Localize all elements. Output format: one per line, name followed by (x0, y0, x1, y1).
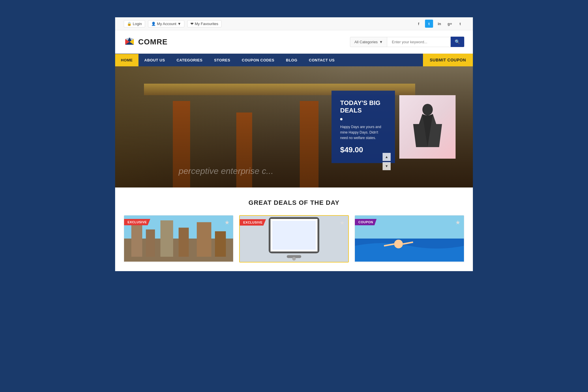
hero-deal-title: TODAY'S BIG DEALS (340, 99, 386, 115)
svg-point-4 (422, 104, 433, 115)
header: COMRE All Categories ▼ 🔍 (115, 30, 473, 54)
chevron-down-icon: ▼ (177, 22, 181, 26)
nav-item-coupon-codes[interactable]: COUPON CODES (236, 54, 280, 66)
category-dropdown[interactable]: All Categories ▼ (350, 37, 387, 47)
svg-rect-12 (215, 231, 226, 257)
login-button[interactable]: 🔒 Login (124, 20, 145, 27)
hero-arrow-up[interactable]: ▲ (383, 153, 391, 161)
svg-rect-16 (272, 221, 316, 250)
nav-item-stores[interactable]: STORES (208, 54, 236, 66)
deal-star-3[interactable]: ★ (455, 219, 460, 226)
deal-badge-3: COUPON (355, 219, 377, 225)
expo-column-2 (236, 112, 252, 187)
nav-item-home[interactable]: HOME (115, 54, 138, 66)
svg-rect-9 (160, 220, 173, 257)
hero-deal-text: Happy Days are yours and mine Happy Days… (340, 124, 386, 141)
nav-items: HOME ABOUT US CATEGORIES STORES COUPON C… (115, 54, 340, 66)
tumblr-icon[interactable]: t (456, 20, 464, 28)
dress-svg (410, 101, 445, 153)
nav-item-about[interactable]: ABOUT US (138, 54, 171, 66)
svg-point-18 (292, 257, 296, 261)
deal-star-1[interactable]: ★ (224, 219, 230, 226)
my-favourites-button[interactable]: ❤ My Favourites (187, 20, 222, 27)
hero-product-image (399, 95, 456, 159)
facebook-icon[interactable]: f (415, 20, 423, 28)
logo-area[interactable]: COMRE (124, 36, 168, 48)
top-bar-left: 🔒 Login 👤 My Account ▼ ❤ My Favourites (124, 20, 222, 27)
twitter-icon[interactable]: t (425, 20, 433, 28)
deal-card-3[interactable]: COUPON ★ (355, 215, 464, 262)
top-bar-social: f t in g+ t (415, 20, 464, 28)
nav-item-blog[interactable]: BLOG (280, 54, 303, 66)
hero-section: perceptive enterprise c... TODAY'S BIG D… (115, 66, 473, 187)
lock-icon: 🔒 (127, 22, 132, 26)
hero-nav-arrows: ▲ ▼ (383, 153, 391, 170)
svg-rect-7 (131, 224, 142, 257)
svg-rect-10 (179, 228, 189, 257)
search-button[interactable]: 🔍 (451, 37, 464, 47)
deals-section: GREAT DEALS OF THE DAY EXCLUSIVE ★ (115, 187, 473, 271)
search-area: All Categories ▼ 🔍 (350, 37, 464, 47)
product-image-inner (399, 95, 456, 159)
deal-card-1[interactable]: EXCLUSIVE ★ (124, 215, 233, 262)
logo-icon (124, 36, 135, 48)
my-favourites-label: My Favourites (195, 22, 218, 26)
heart-icon: ❤ (190, 22, 194, 26)
my-account-button[interactable]: 👤 My Account ▼ (148, 20, 184, 27)
search-icon: 🔍 (455, 39, 460, 44)
deal-badge-2: EXCLUSIVE (240, 219, 266, 226)
submit-coupon-button[interactable]: SUBMIT COUPON (423, 54, 473, 66)
deals-title: GREAT DEALS OF THE DAY (124, 199, 464, 207)
hero-deal-box: TODAY'S BIG DEALS Happy Days are yours a… (332, 91, 395, 163)
linkedin-icon[interactable]: in (435, 20, 443, 28)
nav-item-contact[interactable]: CONTACT US (303, 54, 340, 66)
category-label: All Categories (354, 40, 378, 44)
svg-rect-8 (146, 230, 155, 257)
chevron-down-icon: ▼ (379, 40, 383, 44)
my-account-label: My Account (157, 22, 176, 26)
search-input[interactable] (387, 37, 451, 47)
deal-card-2[interactable]: EXCLUSIVE ★ (239, 215, 349, 262)
hero-arrow-down[interactable]: ▼ (383, 162, 391, 170)
hero-deal-dot (340, 118, 342, 120)
login-label: Login (133, 22, 142, 26)
expo-column-3 (300, 101, 319, 187)
svg-point-21 (394, 240, 403, 248)
hero-deal-price: $49.00 (340, 146, 386, 155)
user-icon: 👤 (151, 22, 156, 26)
logo-text: COMRE (138, 37, 168, 46)
hero-overlay-text: perceptive enterprise c... (179, 166, 274, 176)
nav-bar: HOME ABOUT US CATEGORIES STORES COUPON C… (115, 54, 473, 66)
googleplus-icon[interactable]: g+ (446, 20, 454, 28)
svg-rect-11 (197, 222, 211, 257)
nav-item-categories[interactable]: CATEGORIES (171, 54, 208, 66)
deal-badge-1: EXCLUSIVE (124, 219, 150, 225)
deal-star-2[interactable]: ★ (340, 219, 345, 226)
deals-grid: EXCLUSIVE ★ (124, 215, 464, 262)
top-bar: 🔒 Login 👤 My Account ▼ ❤ My Favourites f… (115, 17, 473, 30)
